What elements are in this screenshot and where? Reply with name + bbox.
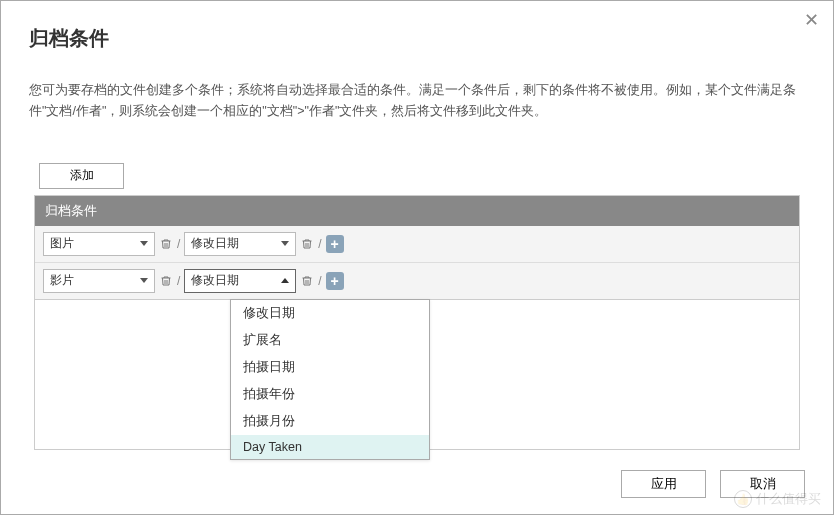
type-select[interactable]: 图片 (43, 232, 155, 256)
dropdown-item[interactable]: 扩展名 (231, 327, 429, 354)
attribute-dropdown-menu: 修改日期 扩展名 拍摄日期 拍摄年份 拍摄月份 Day Taken (230, 299, 430, 460)
dropdown-item[interactable]: 拍摄月份 (231, 408, 429, 435)
trash-icon[interactable] (300, 236, 314, 252)
dropdown-item[interactable]: 修改日期 (231, 300, 429, 327)
dialog-description: 您可为要存档的文件创建多个条件；系统将自动选择最合适的条件。满足一个条件后，剩下… (29, 80, 805, 123)
attribute-select-value: 修改日期 (191, 272, 239, 289)
chevron-down-icon (140, 241, 148, 246)
condition-row: 影片 / 修改日期 / + 修改日期 扩展名 拍摄日期 拍摄年份 拍摄月份 (35, 263, 799, 299)
path-separator: / (177, 274, 180, 288)
section-header: 归档条件 (35, 196, 799, 226)
cancel-button[interactable]: 取消 (720, 470, 805, 498)
dropdown-item[interactable]: Day Taken (231, 435, 429, 459)
type-select-value: 影片 (50, 272, 74, 289)
path-separator: / (177, 237, 180, 251)
add-segment-button[interactable]: + (326, 272, 344, 290)
trash-icon[interactable] (159, 236, 173, 252)
dialog-footer: 应用 取消 (621, 470, 805, 498)
path-separator: / (318, 237, 321, 251)
close-icon[interactable]: ✕ (804, 9, 819, 31)
chevron-up-icon (281, 278, 289, 283)
trash-icon[interactable] (159, 273, 173, 289)
dropdown-item[interactable]: 拍摄日期 (231, 354, 429, 381)
chevron-down-icon (140, 278, 148, 283)
dropdown-item[interactable]: 拍摄年份 (231, 381, 429, 408)
trash-icon[interactable] (300, 273, 314, 289)
apply-button[interactable]: 应用 (621, 470, 706, 498)
path-separator: / (318, 274, 321, 288)
chevron-down-icon (281, 241, 289, 246)
dialog-title: 归档条件 (29, 25, 805, 52)
condition-row: 图片 / 修改日期 / + (35, 226, 799, 263)
archive-conditions-dialog: ✕ 归档条件 您可为要存档的文件创建多个条件；系统将自动选择最合适的条件。满足一… (0, 0, 834, 515)
type-select-value: 图片 (50, 235, 74, 252)
attribute-select[interactable]: 修改日期 (184, 269, 296, 293)
attribute-select[interactable]: 修改日期 (184, 232, 296, 256)
add-segment-button[interactable]: + (326, 235, 344, 253)
conditions-section: 归档条件 图片 / 修改日期 / + 影片 (34, 195, 800, 300)
attribute-select-value: 修改日期 (191, 235, 239, 252)
type-select[interactable]: 影片 (43, 269, 155, 293)
add-button[interactable]: 添加 (39, 163, 124, 189)
